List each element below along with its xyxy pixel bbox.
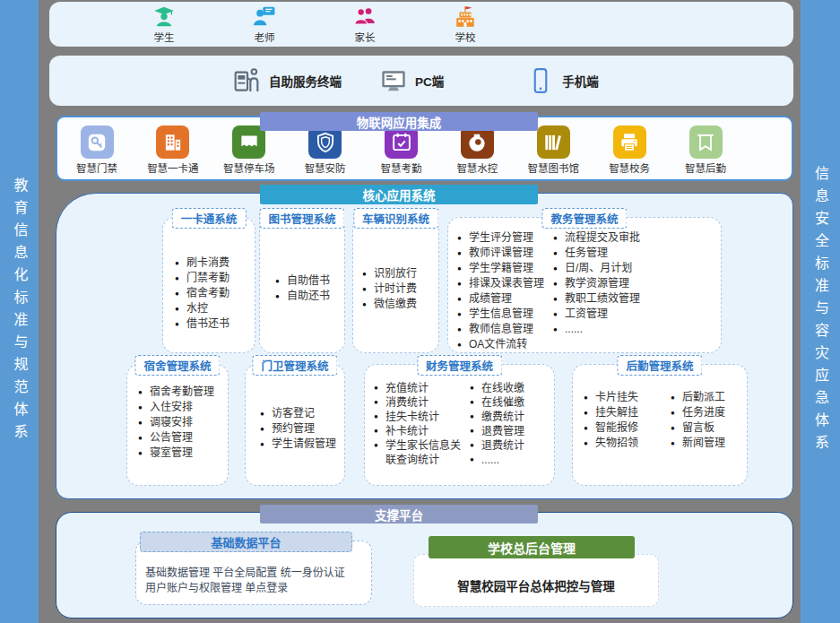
list-item: 补卡统计 xyxy=(374,424,470,438)
system-box-title: 车辆识别系统 xyxy=(353,208,438,229)
finance-feature-list-col2: 在线收缴在线催缴缴费统计退费管理退费统计...... xyxy=(470,381,524,481)
system-box-title: 门卫管理系统 xyxy=(252,355,337,376)
list-item: 教学资源管理 xyxy=(553,276,640,291)
list-item: 工资管理 xyxy=(553,307,640,322)
list-item: 挂失卡统计 xyxy=(374,410,470,424)
user-role-label: 家长 xyxy=(355,30,376,44)
list-item: 留言板 xyxy=(671,420,725,436)
system-box-finance: 财务管理系统 充值统计消费统计挂失卡统计补卡统计学生家长信息关联查询统计 在线收… xyxy=(364,364,555,486)
iot-app-security: 智慧安防 xyxy=(297,125,354,175)
bookmark-icon xyxy=(689,125,723,159)
list-item: 寝室管理 xyxy=(138,446,214,461)
list-item: 失物招领 xyxy=(584,436,671,451)
iot-app-label: 智慧校务 xyxy=(609,160,650,175)
kiosk-icon xyxy=(233,66,262,95)
list-item: 计时计费 xyxy=(362,281,417,297)
support-platform-panel: 基础数据平台 基础数据管理 平台全局配置 统一身份认证 用户账户与权限管理 单点… xyxy=(56,512,793,619)
school-backend-banner: 学校总后台管理 xyxy=(429,536,635,558)
terminal-label: 自助服务终端 xyxy=(269,72,342,90)
user-role-label: 老师 xyxy=(255,30,275,44)
list-item: 在线催缴 xyxy=(470,395,524,410)
list-item: 退费管理 xyxy=(470,424,524,438)
teacher-icon xyxy=(253,5,276,29)
dormitory-feature-list: 宿舍考勤管理入住安排调寝安排公告管理寝室管理 xyxy=(138,385,214,481)
system-box-title: 后勤管理系统 xyxy=(617,355,702,376)
iot-app-label: 智慧后勤 xyxy=(685,160,726,175)
user-role-teacher: 老师 xyxy=(239,5,290,44)
base-data-platform-title: 基础数据平台 xyxy=(140,532,352,552)
base-platform-line2: 用户账户与权限管理 单点登录 xyxy=(145,581,366,596)
access-key-icon xyxy=(81,125,114,159)
list-item: 排课及课表管理 xyxy=(457,276,553,291)
library-feature-list: 自助借书自助还书 xyxy=(275,273,330,304)
list-item: 任务进度 xyxy=(671,405,725,420)
list-item: 预约管理 xyxy=(260,421,336,437)
core-systems-panel: 一卡通系统 刷卡消费门禁考勤宿舍考勤水控借书还书 图书管理系统 自助借书自助还书… xyxy=(56,193,793,499)
list-item: 学生请假管理 xyxy=(260,437,336,452)
terminal-kiosk: 自助服务终端 xyxy=(233,66,342,95)
list-item: 宿舍考勤管理 xyxy=(138,385,214,400)
list-item: 学生评分管理 xyxy=(457,230,553,246)
left-sidebar-label: 教育信息化标准与规范体系 xyxy=(13,177,27,446)
list-item: 入住安排 xyxy=(138,400,214,415)
desktop-icon xyxy=(379,66,408,95)
school-backend-box: 智慧校园平台总体把控与管理 xyxy=(413,554,659,607)
list-item: OA文件流转 xyxy=(457,337,553,352)
iot-app-water-control: 智慧水控 xyxy=(448,125,506,175)
parents-icon xyxy=(353,5,377,29)
academic-feature-list-col1: 学生评分管理教师评课管理学生学籍管理排课及课表管理成绩管理学生信息管理教师信息管… xyxy=(457,230,553,349)
list-item: 公告管理 xyxy=(138,430,214,446)
system-box-library: 图书管理系统 自助借书自助还书 xyxy=(259,217,345,353)
right-sidebar-label: 信息安全标准与容灾应急体系 xyxy=(813,166,827,457)
logistics-feature-list-col2: 后勤派工任务进度留言板新闻管理 xyxy=(671,390,725,481)
school-backend-desc: 智慧校园平台总体把控与管理 xyxy=(457,576,615,594)
system-box-gatekeeper: 门卫管理系统 访客登记预约管理学生请假管理 xyxy=(245,364,345,486)
system-box-academic: 教务管理系统 学生评分管理教师评课管理学生学籍管理排课及课表管理成绩管理学生信息… xyxy=(447,217,722,353)
user-role-label: 学生 xyxy=(154,30,175,44)
list-item: 自助借书 xyxy=(275,273,330,289)
list-item: 借书还书 xyxy=(175,316,229,332)
iot-app-logistics: 智慧后勤 xyxy=(677,125,734,175)
list-item: 刷卡消费 xyxy=(175,255,229,271)
user-role-label: 学校 xyxy=(455,30,476,44)
list-item: 教师评课管理 xyxy=(457,246,553,261)
access-terminals-panel: 自助服务终端 PC端 手机端 xyxy=(49,56,793,106)
printer-icon xyxy=(613,125,646,159)
list-item: 消费统计 xyxy=(374,395,470,410)
right-security-sidebar: 信息安全标准与容灾应急体系 xyxy=(801,0,840,623)
list-item: 学生家长信息关联查询统计 xyxy=(374,438,470,467)
finance-feature-list-col1: 充值统计消费统计挂失卡统计补卡统计学生家长信息关联查询统计 xyxy=(374,381,470,481)
list-item: 卡片挂失 xyxy=(584,390,671,405)
list-item: 识别放行 xyxy=(362,266,417,281)
list-item: 教职工绩效管理 xyxy=(553,291,640,307)
list-item: 学生学籍管理 xyxy=(457,261,553,276)
terminal-mobile: 手机端 xyxy=(526,66,599,95)
iot-app-parking: 智慧停车场 xyxy=(221,125,278,175)
list-item: 宿舍考勤 xyxy=(175,286,229,301)
list-item: ...... xyxy=(553,322,640,337)
academic-feature-list-col2: 流程提交及审批任务管理日/周、月计划教学资源管理教职工绩效管理工资管理.....… xyxy=(553,230,640,349)
list-item: 成绩管理 xyxy=(457,291,553,307)
vehicle-feature-list: 识别放行计时计费微信缴费 xyxy=(362,266,417,312)
base-platform-line1: 基础数据管理 平台全局配置 统一身份认证 xyxy=(145,566,366,581)
school-icon xyxy=(454,5,477,29)
base-data-platform-text: 基础数据管理 平台全局配置 统一身份认证 用户账户与权限管理 单点登录 xyxy=(145,566,366,596)
list-item: 流程提交及审批 xyxy=(553,230,640,246)
list-item: 日/周、月计划 xyxy=(553,261,640,276)
list-item: 访客登记 xyxy=(260,406,336,421)
system-box-logistics: 后勤管理系统 卡片挂失挂失解挂智能报修失物招领 后勤派工任务进度留言板新闻管理 xyxy=(572,364,748,486)
iot-app-access-control: 智慧门禁 xyxy=(68,125,126,175)
iot-app-label: 智慧考勤 xyxy=(381,160,422,175)
list-item: 自助还书 xyxy=(275,289,330,304)
system-box-title: 教务管理系统 xyxy=(541,208,627,229)
building-icon xyxy=(156,125,189,159)
user-role-school: 学校 xyxy=(440,5,490,44)
iot-app-school-affairs: 智慧校务 xyxy=(601,125,658,175)
iot-app-label: 智慧门禁 xyxy=(76,160,117,175)
support-platform-banner: 支撑平台 xyxy=(260,505,538,523)
terminal-label: PC端 xyxy=(415,72,444,90)
iot-app-library: 智慧图书馆 xyxy=(524,125,582,175)
iot-app-label: 智慧一卡通 xyxy=(147,160,199,175)
user-roles-panel: 学生 老师 家长 xyxy=(49,2,793,47)
iot-app-attendance: 智慧考勤 xyxy=(373,125,430,175)
